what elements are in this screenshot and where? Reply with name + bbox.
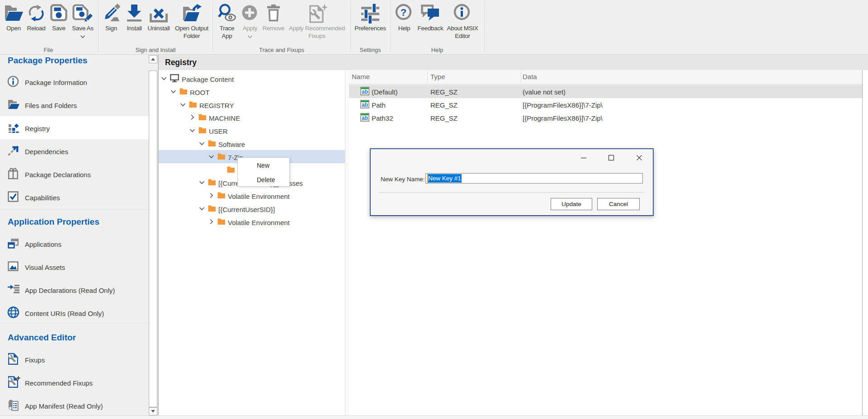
svg-text:ab: ab xyxy=(362,88,368,94)
svg-text:?: ? xyxy=(401,7,406,18)
svg-text:ab: ab xyxy=(362,114,368,121)
svg-text:ab: ab xyxy=(362,101,368,108)
